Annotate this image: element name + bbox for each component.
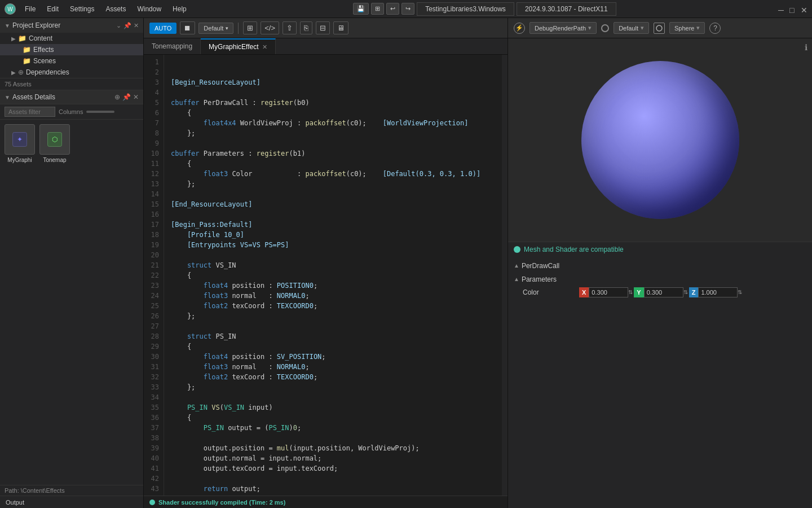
menu-edit[interactable]: Edit bbox=[42, 4, 63, 14]
chevron-down-mesh-icon: ▾ bbox=[696, 24, 700, 32]
line-number: 35 bbox=[144, 402, 159, 413]
line-number: 23 bbox=[144, 281, 159, 291]
close-panel-icon[interactable]: ✕ bbox=[134, 22, 139, 29]
parameters-header[interactable]: ▲ Parameters bbox=[514, 274, 806, 285]
menu-help[interactable]: Help bbox=[168, 4, 191, 14]
titlebar-left: W File Edit Settings Assets Window Help bbox=[5, 3, 191, 15]
pin-icon[interactable]: 📌 bbox=[123, 22, 131, 29]
default-dropdown[interactable]: Default ▾ bbox=[198, 23, 233, 34]
line-number: 37 bbox=[144, 423, 159, 433]
render-mode-dropdown[interactable]: Default ▾ bbox=[614, 22, 649, 34]
color-y-input[interactable] bbox=[644, 287, 683, 297]
menu-window[interactable]: Window bbox=[133, 4, 166, 14]
copy-btn[interactable]: ⎘ bbox=[300, 21, 312, 34]
tab-mygraphiceffect[interactable]: MyGraphicEffect ✕ bbox=[201, 38, 275, 54]
y-spinner-icon[interactable]: ⇅ bbox=[683, 289, 688, 295]
debug-render-path-dropdown[interactable]: DebugRenderPath ▾ bbox=[529, 22, 597, 34]
code-line: }; bbox=[171, 382, 495, 392]
menu-settings[interactable]: Settings bbox=[65, 4, 99, 14]
code-line: float4 position : POSITION0; bbox=[171, 281, 495, 291]
grid-btn[interactable]: ⊞ bbox=[243, 21, 257, 34]
close-assets-icon[interactable]: ✕ bbox=[133, 93, 139, 101]
undo-btn[interactable]: ↩ bbox=[386, 3, 399, 15]
code-line: [End_ResourceLayout] bbox=[171, 199, 495, 209]
asset-label-mygraphi: MyGraphi bbox=[7, 157, 32, 163]
code-line: { bbox=[171, 270, 495, 281]
project-tab[interactable]: TestingLibraries3.Windows bbox=[417, 2, 514, 16]
code-content[interactable]: [Begin_ResourceLayout]cbuffer PerDrawCal… bbox=[164, 55, 502, 496]
mesh-mode-dropdown[interactable]: Sphere ▾ bbox=[669, 22, 705, 34]
tree-item-content[interactable]: ▶ 📁 Content bbox=[0, 33, 143, 44]
code-line bbox=[171, 138, 495, 148]
vertical-scrollbar[interactable] bbox=[502, 55, 508, 496]
assets-details-actions: ⊕ 📌 ✕ bbox=[114, 93, 139, 101]
parameters-group: ▲ Parameters Color X ⇅ Y ⇅ bbox=[514, 274, 806, 300]
code-line: float3 normal : NORMAL0; bbox=[171, 362, 495, 372]
code-line: { bbox=[171, 159, 495, 169]
line-number: 28 bbox=[144, 331, 159, 341]
build-tab[interactable]: 2024.9.30.1087 - DirectX11 bbox=[517, 2, 616, 16]
code-line bbox=[171, 321, 495, 331]
screen-btn[interactable]: 🖥 bbox=[333, 21, 348, 34]
add-icon[interactable]: ⊕ bbox=[114, 93, 120, 101]
save-btn[interactable]: 💾 bbox=[353, 3, 369, 15]
code-line: PS_IN output = (PS_IN)0; bbox=[171, 423, 495, 433]
line-number: 6 bbox=[144, 108, 159, 118]
line-number: 33 bbox=[144, 382, 159, 392]
color-z-input[interactable] bbox=[698, 287, 738, 297]
color-x-input[interactable] bbox=[589, 287, 628, 297]
color-param-row: Color X ⇅ Y ⇅ Z bbox=[514, 285, 806, 300]
dependency-icon: ⊕ bbox=[18, 68, 24, 76]
code-line: }; bbox=[171, 179, 495, 189]
chevron-down-icon: ▼ bbox=[5, 23, 10, 29]
asset-item-mygraphi[interactable]: ✦ MyGraphi bbox=[5, 124, 35, 163]
debug-path-icon[interactable]: ⚡ bbox=[514, 23, 525, 34]
minus-btn[interactable]: ⊟ bbox=[316, 21, 330, 34]
project-explorer-header: ▼ Project Explorer ⌄ 📌 ✕ bbox=[0, 18, 143, 33]
circle-icon[interactable] bbox=[601, 24, 609, 32]
assets-filter-input[interactable] bbox=[5, 107, 55, 117]
titlebar: W File Edit Settings Assets Window Help … bbox=[0, 0, 812, 18]
x-axis-label: X bbox=[579, 287, 589, 297]
maximize-btn[interactable]: □ bbox=[789, 6, 796, 12]
code-line: struct PS_IN bbox=[171, 331, 495, 341]
chevron-icon[interactable]: ⌄ bbox=[116, 22, 121, 29]
code-line: [Profile 10_0] bbox=[171, 230, 495, 240]
line-number: 22 bbox=[144, 270, 159, 281]
stop-btn[interactable]: ⏹ bbox=[180, 21, 195, 34]
code-line bbox=[171, 392, 495, 402]
upload-btn[interactable]: ⇧ bbox=[283, 21, 297, 34]
help-icon[interactable]: ? bbox=[709, 23, 721, 34]
code-btn[interactable]: </> bbox=[261, 21, 279, 34]
x-spinner-icon[interactable]: ⇅ bbox=[628, 289, 633, 295]
info-icon[interactable]: ℹ bbox=[805, 43, 807, 52]
close-btn[interactable]: ✕ bbox=[801, 6, 807, 12]
z-spinner-icon[interactable]: ⇅ bbox=[738, 289, 742, 295]
tab-tonemapping[interactable]: Tonemapping bbox=[144, 38, 201, 54]
chevron-right-icon: ▶ bbox=[11, 36, 16, 42]
svg-text:✦: ✦ bbox=[17, 135, 23, 143]
pin-assets-icon[interactable]: 📌 bbox=[122, 93, 131, 101]
tree-item-scenes[interactable]: 📁 Scenes bbox=[0, 55, 143, 67]
code-line: float2 texCoord : TEXCOORD0; bbox=[171, 372, 495, 382]
code-line: struct VS_IN bbox=[171, 260, 495, 270]
line-number: 9 bbox=[144, 138, 159, 148]
color-y-wrap: Y ⇅ bbox=[634, 287, 687, 297]
code-line bbox=[171, 250, 495, 260]
columns-slider[interactable] bbox=[86, 111, 114, 113]
tree-item-effects[interactable]: 📁 Effects bbox=[0, 44, 143, 55]
tab-close-icon[interactable]: ✕ bbox=[262, 43, 267, 51]
menu-file[interactable]: File bbox=[20, 4, 40, 14]
code-line: cbuffer Parameters : register(b1) bbox=[171, 148, 495, 159]
minimize-btn[interactable]: ─ bbox=[778, 6, 785, 12]
redo-btn[interactable]: ↪ bbox=[401, 3, 414, 15]
menu-assets[interactable]: Assets bbox=[101, 4, 130, 14]
tree-item-dependencies[interactable]: ▶ ⊕ Dependencies bbox=[0, 67, 143, 78]
sphere-preview bbox=[581, 61, 739, 219]
code-line bbox=[171, 67, 495, 77]
mesh-icon[interactable] bbox=[654, 23, 665, 34]
asset-item-tonemap[interactable]: ⬡ Tonemap bbox=[39, 124, 70, 163]
auto-btn[interactable]: AUTO bbox=[149, 23, 176, 34]
layout-btn[interactable]: ⊞ bbox=[371, 3, 384, 15]
per-draw-call-header[interactable]: ▲ PerDrawCall bbox=[514, 260, 806, 271]
